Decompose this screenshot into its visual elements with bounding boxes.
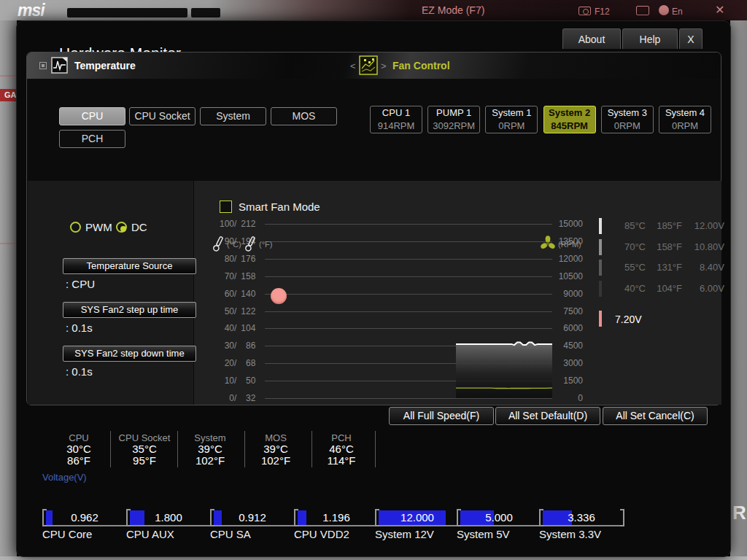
- field-temperature-source[interactable]: Temperature Source: [63, 258, 196, 274]
- fan-select-system-2[interactable]: System 2845RPM: [543, 106, 596, 133]
- fan-select-cpu-1[interactable]: CPU 1914RPM: [370, 106, 422, 133]
- tick-fahrenheit: 140: [236, 289, 255, 299]
- temp-tick-label: 10/50: [214, 376, 259, 386]
- rail-bracket: [375, 509, 376, 526]
- thermometer-celsius-icon: [211, 235, 225, 254]
- rail-bracket-end: [623, 509, 624, 526]
- fan-select-system-1[interactable]: System 10RPM: [485, 106, 538, 133]
- ga-badge: GA: [0, 89, 16, 101]
- rail-bracket: [457, 509, 458, 526]
- tick-celsius: 10: [214, 376, 234, 386]
- rail-label: CPU AUX: [126, 528, 174, 540]
- field-value: : CPU: [66, 278, 95, 290]
- tab-temperature[interactable]: Temperature: [74, 60, 136, 71]
- temp-tick-label: 70/158: [214, 271, 259, 281]
- readout-celsius: 35°C: [112, 443, 177, 455]
- close-button[interactable]: X: [679, 28, 703, 49]
- rail-bracket: [126, 509, 128, 526]
- temp-source-pch[interactable]: PCH: [59, 130, 125, 148]
- legend-voltage: 12.00V: [682, 220, 724, 231]
- tick-fahrenheit: 176: [236, 254, 255, 264]
- temp-tick-label: 40/104: [214, 323, 259, 333]
- rpm-axis-label: (RPM): [558, 240, 581, 249]
- legend-row: 70°C158°F10.80V: [614, 241, 724, 252]
- tick-celsius: 60: [214, 289, 234, 299]
- smart-fan-mode-checkbox[interactable]: [220, 201, 232, 213]
- field-sys-fan2-step-up-time[interactable]: SYS Fan2 step up time: [63, 302, 196, 318]
- tab-fan-control[interactable]: Fan Control: [392, 60, 450, 71]
- temp-tick-label: 0/32: [214, 393, 259, 403]
- readout-celsius: 30°C: [46, 443, 112, 455]
- rail-value: 0.912: [216, 511, 289, 524]
- legend-level-bar: [599, 260, 602, 276]
- legend-temp-f: 131°F: [646, 262, 682, 273]
- fan-rpm-value: 914RPM: [371, 120, 422, 132]
- left-controls-background: [28, 181, 194, 405]
- collapse-icon[interactable]: [39, 62, 47, 69]
- current-voltage-bar: [599, 311, 602, 327]
- temp-source-cpu-socket[interactable]: CPU Socket: [129, 107, 196, 125]
- rail-label: CPU Core: [42, 528, 92, 540]
- legend-voltage: 8.40V: [682, 262, 724, 273]
- rpm-tick-label: 9000: [557, 289, 583, 299]
- fan-name: System 3: [602, 106, 653, 120]
- action-all-full-speed-f-[interactable]: All Full Speed(F): [389, 407, 494, 425]
- legend-row: 55°C131°F8.40V: [614, 262, 724, 273]
- rpm-tick-label: 4500: [557, 341, 583, 351]
- dc-radio[interactable]: [116, 222, 127, 233]
- fan-select-pump-1[interactable]: PUMP 13092RPM: [427, 106, 480, 133]
- temp-source-mos[interactable]: MOS: [271, 107, 337, 125]
- pwm-radio[interactable]: [70, 222, 81, 233]
- tick-fahrenheit: 50: [236, 376, 255, 386]
- readout-label: PCH: [309, 432, 374, 443]
- rpm-tick-label: 1500: [557, 376, 583, 386]
- readout-fahrenheit: 95°F: [112, 454, 177, 467]
- tick-celsius: 40: [214, 323, 234, 333]
- fan-name: CPU 1: [371, 106, 422, 120]
- rail-value: 5.000: [462, 511, 535, 524]
- rail-bracket: [539, 509, 541, 526]
- language-icon[interactable]: [659, 5, 669, 15]
- readout-celsius: 39°C: [177, 443, 243, 455]
- temp-source-cpu[interactable]: CPU: [59, 107, 125, 125]
- board-name-dimmed: [67, 8, 187, 18]
- rail-bracket: [294, 509, 295, 526]
- about-button[interactable]: About: [562, 28, 621, 49]
- readout-fahrenheit: 102°F: [243, 454, 309, 467]
- temp-tick-label: 80/176: [214, 254, 259, 264]
- fan-curve-slider-dot[interactable]: [271, 288, 287, 304]
- bios-close-icon[interactable]: ✕: [715, 3, 724, 17]
- pwm-label: PWM: [85, 221, 112, 233]
- screenshot-icon[interactable]: [578, 7, 591, 15]
- rail-bracket: [210, 509, 212, 526]
- tick-celsius: 50: [214, 306, 234, 316]
- legend-temp-f: 104°F: [646, 283, 682, 294]
- voltage-section-title: Voltage(V): [42, 472, 87, 483]
- readout-fahrenheit: 86°F: [46, 454, 112, 467]
- display-icon[interactable]: [636, 6, 649, 15]
- action-all-set-cancel-c-[interactable]: All Set Cancel(C): [603, 407, 708, 425]
- next-arrow[interactable]: >: [381, 61, 387, 71]
- prev-arrow[interactable]: <: [350, 61, 356, 71]
- fan-select-system-4[interactable]: System 40RPM: [659, 106, 711, 133]
- readout-separator: [110, 431, 111, 467]
- tick-celsius: 100: [214, 219, 234, 229]
- rail-value: 3.336: [545, 511, 618, 524]
- legend-temp-f: 158°F: [646, 241, 682, 252]
- temp-source-system[interactable]: System: [200, 107, 266, 125]
- help-button[interactable]: Help: [622, 28, 678, 49]
- tick-fahrenheit: 104: [236, 323, 255, 333]
- action-all-set-default-d-[interactable]: All Set Default(D): [495, 407, 600, 425]
- readout-label: CPU: [46, 432, 112, 443]
- tick-fahrenheit: 212: [236, 219, 255, 229]
- fan-control-panel: Temperature < > Fan Control CPUCPU Socke…: [26, 52, 721, 405]
- field-sys-fan2-step-down-time[interactable]: SYS Fan2 step down time: [63, 346, 196, 362]
- rail-label: System 12V: [375, 528, 434, 540]
- legend-temp-c: 40°C: [614, 283, 646, 294]
- readout-celsius: 46°C: [309, 443, 374, 455]
- fan-select-system-3[interactable]: System 30RPM: [601, 106, 654, 133]
- fan-icon: [540, 236, 556, 252]
- fan-name: System 1: [486, 106, 537, 120]
- ez-mode-button[interactable]: EZ Mode (F7): [422, 4, 484, 16]
- fan-name: PUMP 1: [428, 106, 479, 120]
